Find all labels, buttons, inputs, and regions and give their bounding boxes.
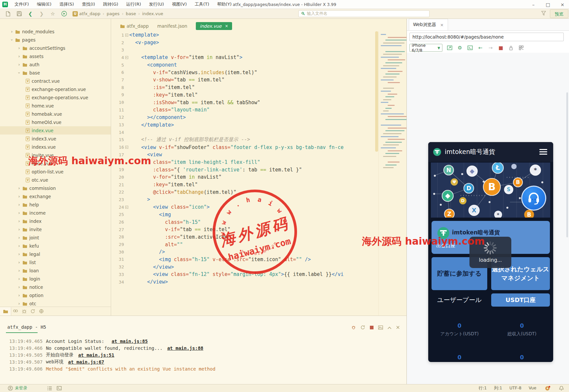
menu-item[interactable]: 跳转(G) [99, 0, 122, 9]
search-input[interactable]: 🔍︎ 输入文件名 [298, 10, 430, 17]
tree-item-indexs.vue[interactable]: Vindexs.vue [0, 143, 111, 151]
login-status[interactable]: 未登录 [15, 385, 27, 391]
tree-item-home.vue[interactable]: Vhome.vue [0, 102, 111, 110]
breadcrumb-item[interactable]: base [126, 11, 136, 16]
tab-close-icon[interactable]: × [225, 24, 228, 28]
editor-minimap[interactable] [378, 31, 406, 316]
gear-icon[interactable]: ⚙ [457, 45, 463, 51]
minimize-button[interactable]: – [530, 2, 537, 7]
tree-item-assets[interactable]: ›assets [0, 52, 111, 60]
extensions-panel-icon[interactable] [37, 307, 45, 316]
tree-item-joint[interactable]: ›joint [0, 233, 111, 242]
close-button[interactable]: × [559, 2, 566, 7]
run-icon[interactable] [61, 11, 67, 17]
hamburger-menu-icon[interactable] [539, 149, 547, 156]
stop-icon[interactable]: ■ [498, 45, 504, 51]
menu-item[interactable]: 查找(I) [78, 0, 99, 9]
tree-item-homeOld.vue[interactable]: VhomeOld.vue [0, 118, 111, 126]
url-input[interactable]: http://localhost:8080/#/pages/base/none [409, 33, 564, 41]
maximize-button[interactable]: □ [545, 2, 551, 7]
tree-item-option-list.vue[interactable]: Voption-list.vue [0, 167, 111, 176]
tree-item-income[interactable]: ›income [0, 209, 111, 217]
menu-item[interactable]: 发行(U) [145, 0, 168, 9]
breadcrumb-item[interactable]: atfx_dapp [79, 11, 101, 16]
device-select[interactable]: iPhone 6/7/8▼ [409, 44, 442, 52]
tree-item-pages[interactable]: ›pages [0, 36, 111, 44]
tree-item-list[interactable]: ›list [0, 258, 111, 266]
fold-icon[interactable]: − [125, 56, 128, 59]
tree-item-auth[interactable]: ›auth [0, 60, 111, 69]
search-panel-icon[interactable] [11, 307, 20, 316]
fold-icon[interactable]: − [125, 206, 128, 209]
code-editor[interactable]: 1−<template>2 <v-page>34− <template v-fo… [111, 31, 374, 316]
editor-tab-manifest.json[interactable]: manifest.json [157, 23, 187, 29]
tree-item-invite.vue[interactable]: Vinvite.vue [0, 151, 111, 159]
tree-item-index3.vue[interactable]: Vindex3.vue [0, 135, 111, 143]
withdraw-account-label[interactable]: 出金口座 [436, 243, 455, 249]
files-panel-icon[interactable] [0, 307, 11, 316]
log-source-link[interactable]: at main.js:85 [112, 339, 148, 344]
refresh-panel-icon[interactable] [28, 307, 37, 316]
terminal-icon[interactable] [57, 386, 62, 390]
nav-forward-icon[interactable]: → [488, 45, 494, 51]
console-refresh-icon[interactable] [360, 325, 365, 331]
tree-item-commission[interactable]: ›commission [0, 184, 111, 192]
console-bug-icon[interactable] [351, 325, 356, 331]
usdt-account-button[interactable]: USDT口座 [491, 293, 550, 307]
status-item[interactable]: UTF-8 [509, 385, 521, 391]
tree-item-help[interactable]: ›help [0, 200, 111, 209]
lock-icon[interactable] [508, 45, 514, 51]
tree-item-notice[interactable]: ›notice [0, 283, 111, 291]
console-collapse-icon[interactable] [387, 325, 392, 330]
fold-marker[interactable]: − [124, 206, 129, 209]
log-source-link[interactable]: at main.js:88 [167, 346, 203, 351]
tree-item-otc.vue[interactable]: Votc.vue [0, 176, 111, 184]
editor-scrollbar[interactable] [374, 31, 378, 316]
status-item[interactable]: Vue [529, 385, 536, 391]
console-close-icon[interactable] [396, 325, 400, 330]
editor-tab-atfx_dapp[interactable]: atfx_dapp [120, 23, 149, 29]
new-file-icon[interactable] [5, 11, 11, 17]
save-icon[interactable] [16, 11, 22, 17]
tree-item-exchange-operation.vue[interactable]: Vexchange-operation.vue [0, 85, 111, 93]
breadcrumb-item[interactable]: pages [106, 11, 119, 16]
menu-item[interactable]: 帮助(Y) [213, 0, 236, 9]
update-icon[interactable] [545, 386, 551, 391]
tree-item-contract.vue[interactable]: Vcontract.vue [0, 77, 111, 85]
console-tab[interactable]: atfx_dapp - H5 [7, 324, 46, 330]
bell-icon[interactable] [559, 386, 564, 391]
menu-item[interactable]: 视图(V) [168, 0, 191, 9]
star-icon[interactable]: ☆ [49, 11, 56, 17]
menu-item[interactable]: 运行(R) [122, 0, 145, 9]
menu-item[interactable]: 编辑(E) [33, 0, 55, 9]
fold-marker[interactable]: − [124, 34, 129, 37]
user-icon[interactable] [8, 386, 13, 391]
browser-tab[interactable]: Web浏览器 × [409, 19, 448, 30]
log-source-link[interactable]: at main.js:51 [78, 352, 114, 358]
breadcrumb-item[interactable]: index.vue [142, 11, 163, 16]
fold-icon[interactable]: − [125, 146, 128, 149]
console-stop-icon[interactable] [370, 325, 374, 331]
console-screenshot-icon[interactable] [378, 325, 383, 331]
tree-item-accountSettings[interactable]: ›accountSettings [0, 44, 111, 52]
tree-item-homebak.vue[interactable]: Vhomebak.vue [0, 110, 111, 118]
tree-item-node_modules[interactable]: ›node_modules [0, 27, 111, 36]
forward-icon[interactable]: ❯ [38, 11, 45, 17]
devtools-icon[interactable] [467, 45, 473, 51]
filter-icon[interactable] [541, 11, 546, 16]
status-item[interactable]: 行:1 [479, 385, 487, 391]
tree-item-loan[interactable]: ›loan [0, 266, 111, 275]
back-icon[interactable]: ❮ [27, 11, 34, 17]
tree-item-base[interactable]: ›base [0, 69, 111, 77]
tree-item-exchange-operations.vue[interactable]: Vexchange-operations.vue [0, 93, 111, 102]
tree-item-index.vue[interactable]: Vindex.vue [0, 126, 111, 135]
editor-tab-index.vue[interactable]: index.vue× [196, 22, 232, 30]
preview-button[interactable]: 预览 [550, 9, 568, 18]
tree-item-legal[interactable]: ›legal [0, 250, 111, 258]
fold-marker[interactable]: − [124, 56, 129, 59]
tree-item-option[interactable]: ›option [0, 291, 111, 299]
tree-item-invite[interactable]: ›invite [0, 225, 111, 233]
outline-icon[interactable] [47, 386, 52, 390]
nav-back-icon[interactable]: ← [477, 45, 483, 51]
tree-item-login[interactable]: ›login [0, 275, 111, 283]
